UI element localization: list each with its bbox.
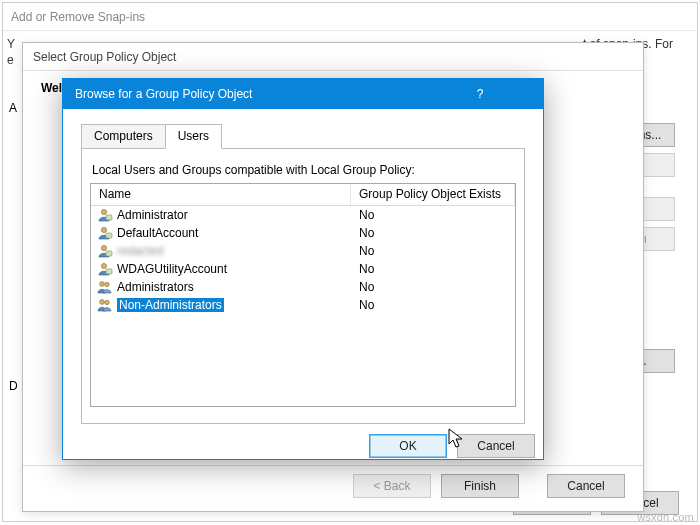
dialog-close-button[interactable] [497, 79, 543, 109]
list-item[interactable]: AdministratorNo [91, 206, 515, 224]
svg-rect-1 [106, 215, 112, 220]
tab-panel-users: Local Users and Groups compatible with L… [81, 148, 525, 424]
wizard-back-button[interactable]: < Back [353, 474, 431, 498]
browse-gpo-title: Browse for a Group Policy Object [75, 87, 252, 101]
dialog-ok-button[interactable]: OK [369, 434, 447, 458]
text-fragment: A [9, 101, 17, 115]
list-item-gpo: No [351, 244, 515, 258]
text-fragment: Y [7, 37, 15, 51]
svg-rect-5 [106, 251, 112, 256]
svg-point-11 [105, 300, 109, 304]
svg-point-4 [101, 245, 106, 250]
svg-point-10 [100, 300, 105, 305]
svg-rect-7 [106, 269, 112, 274]
list-item-gpo: No [351, 298, 515, 312]
list-item[interactable]: redactedNo [91, 242, 515, 260]
svg-point-2 [101, 227, 106, 232]
wizard-finish-button[interactable]: Finish [441, 474, 519, 498]
snapins-close-button[interactable] [651, 3, 697, 31]
snapins-titlebar: Add or Remove Snap-ins [3, 3, 697, 31]
list-item-gpo: No [351, 208, 515, 222]
column-name[interactable]: Name [91, 184, 351, 205]
user-icon [97, 226, 113, 240]
list-item-name: Administrator [117, 208, 188, 222]
gpo-wizard-close-button[interactable] [599, 43, 643, 71]
user-icon [97, 208, 113, 222]
listview-label: Local Users and Groups compatible with L… [92, 163, 516, 177]
dialog-cancel-button[interactable]: Cancel [457, 434, 535, 458]
text-fragment: e [7, 53, 14, 67]
list-item[interactable]: WDAGUtilityAccountNo [91, 260, 515, 278]
column-gpo-exists[interactable]: Group Policy Object Exists [351, 184, 515, 205]
list-item-gpo: No [351, 280, 515, 294]
gpo-wizard-titlebar: Select Group Policy Object [23, 43, 643, 71]
dialog-tabs: Computers Users [81, 123, 525, 148]
tab-users[interactable]: Users [165, 124, 222, 149]
listview-header: Name Group Policy Object Exists [91, 184, 515, 206]
list-item-name: redacted [117, 244, 164, 258]
users-listview[interactable]: Name Group Policy Object Exists Administ… [90, 183, 516, 407]
text-fragment: D [9, 379, 18, 393]
gpo-wizard-title: Select Group Policy Object [33, 50, 176, 64]
group-icon [97, 298, 113, 312]
svg-point-6 [101, 263, 106, 268]
tab-computers[interactable]: Computers [81, 124, 166, 149]
wizard-welcome-text: Wel [41, 81, 62, 95]
list-item-name: DefaultAccount [117, 226, 198, 240]
list-item-name: WDAGUtilityAccount [117, 262, 227, 276]
browse-gpo-dialog: Browse for a Group Policy Object ? Compu… [62, 78, 544, 460]
wizard-button-row: < Back Finish Cancel [23, 465, 643, 505]
snapins-title: Add or Remove Snap-ins [11, 10, 145, 24]
list-item-name: Administrators [117, 280, 194, 294]
list-item-name: Non-Administrators [117, 298, 224, 312]
group-icon [97, 280, 113, 294]
list-item-gpo: No [351, 262, 515, 276]
user-icon [97, 244, 113, 258]
browse-gpo-titlebar: Browse for a Group Policy Object ? [63, 79, 543, 109]
svg-point-9 [105, 282, 109, 286]
svg-point-8 [100, 282, 105, 287]
svg-point-0 [101, 209, 106, 214]
list-item-gpo: No [351, 226, 515, 240]
dialog-help-button[interactable]: ? [463, 79, 497, 109]
list-item[interactable]: DefaultAccountNo [91, 224, 515, 242]
user-icon [97, 262, 113, 276]
watermark-text: wsxdn.com [637, 511, 694, 523]
list-item[interactable]: Non-AdministratorsNo [91, 296, 515, 314]
list-item[interactable]: AdministratorsNo [91, 278, 515, 296]
svg-rect-3 [106, 233, 112, 238]
help-icon: ? [477, 87, 484, 101]
wizard-cancel-button[interactable]: Cancel [547, 474, 625, 498]
